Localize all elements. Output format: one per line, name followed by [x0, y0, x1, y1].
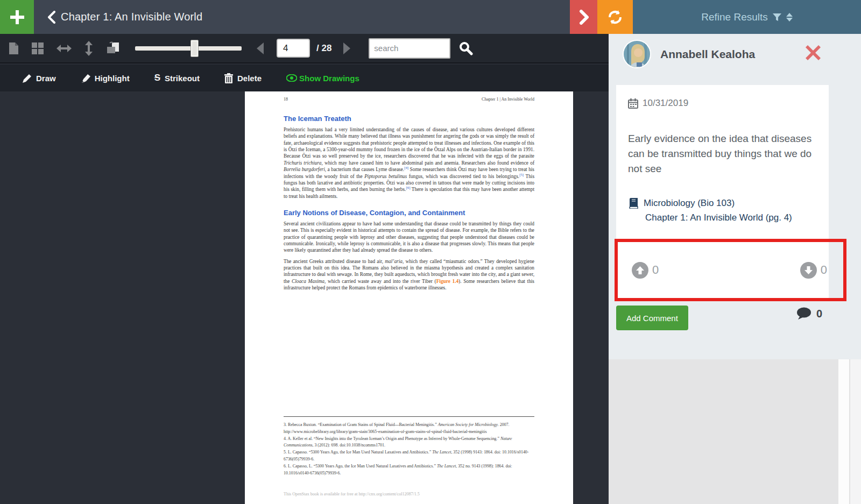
- pdf-viewer: / 28 Draw Highlight S Strikeout Dele: [0, 34, 609, 504]
- top-bar: Chapter 1: An Invisible World Refine Res…: [0, 0, 861, 34]
- text-segment: 5. L. Capasso. “5300 Years Ago, the Ice …: [284, 450, 432, 455]
- strikeout-button[interactable]: S Strikeout: [154, 73, 200, 83]
- pdf-running-header: Chapter 1 | An Invisible World: [482, 97, 534, 102]
- annotation-book-row: Microbiology (Bio 103): [628, 197, 817, 210]
- upvote-button[interactable]: 0: [632, 262, 659, 279]
- search-input[interactable]: [369, 38, 450, 59]
- upvote-count: 0: [652, 263, 659, 277]
- downvote-button[interactable]: 0: [800, 262, 827, 279]
- text-segment: Several ancient civilizations appear to …: [284, 221, 534, 253]
- pdf-footnotes-block: 3. Rebecca Buxton. “Examination of Gram …: [284, 416, 534, 477]
- search-button[interactable]: [459, 41, 473, 55]
- sidebar-scrollbar[interactable]: [838, 359, 849, 504]
- text-segment: American Society for Microbiology: [438, 422, 498, 427]
- calendar-icon: [628, 98, 638, 109]
- refine-results-header[interactable]: Refine Results: [633, 0, 861, 34]
- chevron-left-icon: [47, 11, 55, 24]
- grid-view-button[interactable]: [32, 42, 44, 54]
- zoom-slider-handle[interactable]: [190, 40, 199, 57]
- eye-icon: [286, 74, 297, 82]
- annotation-note-text: Early evidence on the idea that diseases…: [628, 131, 817, 176]
- text-segment: The ancient Greeks attributed disease to…: [284, 259, 385, 264]
- downvote-circle[interactable]: [800, 262, 817, 279]
- text-segment: Borrelia burgdorferi: [284, 167, 325, 172]
- annotation-book-title: Microbiology (Bio 103): [644, 197, 735, 210]
- filter-icon: [772, 12, 782, 22]
- footnote-ref[interactable]: [5]: [519, 172, 524, 176]
- annotation-book-location: Chapter 1: An Invisible World (pg. 4): [628, 211, 817, 224]
- upvote-circle[interactable]: [632, 262, 648, 279]
- fit-width-button[interactable]: [57, 44, 72, 53]
- annotation-toolbar: Draw Highlight S Strikeout Delete Show D…: [0, 65, 609, 91]
- pdf-page: 18 Chapter 1 | An Invisible World The Ic…: [245, 91, 573, 504]
- close-annotation-button[interactable]: [805, 45, 821, 61]
- avatar: [623, 40, 651, 68]
- zoom-slider[interactable]: [135, 46, 242, 51]
- delete-button[interactable]: Delete: [224, 73, 262, 83]
- annotation-source: Microbiology (Bio 103) Chapter 1: An Inv…: [628, 197, 817, 224]
- layered-pages-icon: [106, 41, 120, 55]
- text-segment: mal’aria: [385, 259, 403, 264]
- footnote-ref[interactable]: [4]: [404, 166, 408, 169]
- comment-bubble-icon: [797, 307, 811, 320]
- search-icon: [459, 41, 473, 55]
- chevron-right-icon: [579, 10, 589, 25]
- next-page-button[interactable]: [343, 42, 350, 54]
- pdf-page-number: 18: [284, 97, 288, 102]
- footnote: 5. L. Capasso. “5300 Years Ago, the Ice …: [284, 449, 534, 463]
- refresh-button[interactable]: [597, 0, 633, 34]
- text-segment: Prehistoric humans had a very limited un…: [284, 127, 534, 159]
- avatar-photo: [624, 41, 651, 68]
- delete-label: Delete: [237, 74, 262, 83]
- results-panel: [609, 359, 838, 504]
- section-heading: The Iceman Treateth: [284, 115, 534, 123]
- refresh-icon: [608, 10, 623, 25]
- draw-button[interactable]: Draw: [23, 74, 56, 83]
- paragraph: Prehistoric humans had a very limited un…: [284, 126, 534, 200]
- annotation-sidebar: Annabell Kealoha 10/31/2019 Early eviden…: [609, 34, 861, 504]
- text-segment: , which carried waste away and into the …: [324, 279, 436, 284]
- viewer-toolbar: / 28: [0, 34, 609, 63]
- arrow-down-icon: [804, 266, 813, 275]
- highlight-button[interactable]: Highlight: [81, 73, 130, 83]
- results-lower-area: [609, 359, 861, 504]
- close-icon: [805, 45, 821, 61]
- text-segment: 3. Rebecca Buxton. “Examination of Gram …: [284, 422, 438, 427]
- pdf-sections: The Iceman TreatethPrehistoric humans ha…: [284, 115, 534, 292]
- previous-page-button[interactable]: [257, 42, 264, 54]
- paragraph: The ancient Greeks attributed disease to…: [284, 258, 534, 292]
- strikeout-label: Strikeout: [165, 74, 200, 83]
- strikeout-icon: S: [154, 73, 160, 83]
- sort-icon: [786, 13, 793, 22]
- annotation-date-row: 10/31/2019: [628, 98, 817, 109]
- pencil-icon: [23, 74, 32, 83]
- show-drawings-toggle[interactable]: Show Drawings: [286, 74, 359, 83]
- text-segment: Trichuris trichiura: [284, 160, 321, 166]
- fit-height-button[interactable]: [84, 41, 93, 56]
- figure-link[interactable]: Figure 1.4: [436, 279, 458, 284]
- footnote-divider: [284, 416, 534, 417]
- next-panel-button[interactable]: [570, 0, 597, 34]
- add-comment-button[interactable]: Add Comment: [616, 306, 688, 330]
- chapter-navbar: Chapter 1: An Invisible World: [34, 0, 570, 34]
- annotation-author-name: Annabell Kealoha: [660, 48, 755, 61]
- sidebar-edge-strip: [850, 359, 861, 504]
- comment-count: 0: [816, 308, 822, 320]
- comment-count-indicator: 0: [797, 307, 822, 320]
- vote-highlight-box: 0 0: [615, 239, 846, 301]
- highlight-label: Highlight: [95, 74, 130, 83]
- back-button[interactable]: [47, 11, 55, 24]
- single-page-view-button[interactable]: [9, 42, 19, 55]
- page-number-input[interactable]: [277, 39, 310, 58]
- add-button[interactable]: [0, 0, 34, 34]
- pdf-footnotes: 3. Rebecca Buxton. “Examination of Gram …: [284, 422, 534, 477]
- paragraph: Several ancient civilizations appear to …: [284, 221, 534, 254]
- text-segment: The Lancet: [432, 450, 451, 455]
- text-segment: The Lancet: [437, 464, 456, 468]
- page-layers-button[interactable]: [106, 41, 120, 55]
- text-segment: Piptoporus betulinus: [364, 174, 407, 179]
- refine-results-label: Refine Results: [701, 11, 768, 23]
- pdf-openstax-footer: This OpenStax book is available for free…: [284, 492, 420, 496]
- fit-height-icon: [84, 41, 93, 56]
- chapter-title: Chapter 1: An Invisible World: [61, 11, 202, 23]
